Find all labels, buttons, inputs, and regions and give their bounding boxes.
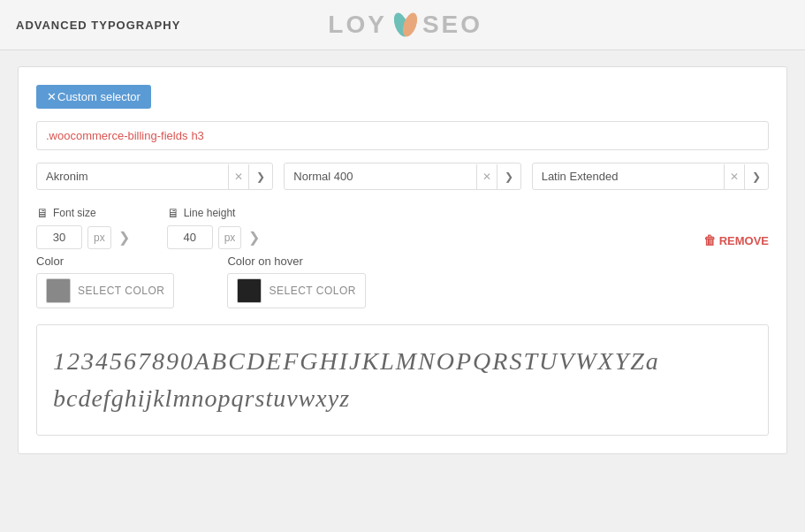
character-set-dropdown[interactable]: Latin Extended ✕ ❯ <box>532 163 769 190</box>
custom-selector-button[interactable]: ✕ Custom selector <box>36 85 151 109</box>
color-select-label: SELECT COLOR <box>78 285 164 297</box>
font-size-inputs: px ❯ <box>36 225 132 249</box>
logo-area: LOY SEO <box>180 9 630 41</box>
monitor-icon-fontsize: 🖥 <box>36 206 49 220</box>
font-weight-value: Normal 400 <box>285 163 475 189</box>
color-select-button[interactable]: SELECT COLOR <box>36 273 174 308</box>
character-set-arrow-btn[interactable]: ❯ <box>744 164 768 189</box>
close-icon: ✕ <box>47 90 57 103</box>
color-hover-label: Color on hover <box>227 255 365 268</box>
color-hover-select-label: SELECT COLOR <box>269 285 355 297</box>
selector-plain-text: .woocommerce-billing-fields <box>46 129 187 142</box>
line-height-label-text: Line height <box>184 207 236 219</box>
font-preview-box: 1234567890ABCDEFGHIJKLMNOPQRSTUVWXYZa bc… <box>36 324 769 436</box>
character-set-value: Latin Extended <box>533 163 724 189</box>
logo-icon <box>387 9 422 41</box>
selector-display: .woocommerce-billing-fieldsh3 <box>36 121 769 150</box>
font-controls-row: 🖥 Font size px ❯ 🖥 Line height px ❯ <box>36 206 769 249</box>
color-group: Color SELECT COLOR <box>36 255 174 308</box>
color-swatch <box>46 278 71 303</box>
color-label: Color <box>36 255 174 268</box>
character-set-clear-btn[interactable]: ✕ <box>724 164 744 189</box>
custom-selector-row: ✕ Custom selector <box>36 85 769 109</box>
line-height-inputs: px ❯ <box>167 225 262 249</box>
color-hover-select-button[interactable]: SELECT COLOR <box>227 273 365 308</box>
line-height-input[interactable] <box>167 225 213 249</box>
font-size-group: 🖥 Font size px ❯ <box>36 206 132 249</box>
font-size-input[interactable] <box>36 225 82 249</box>
line-height-group: 🖥 Line height px ❯ <box>167 206 262 249</box>
remove-label: REMOVE <box>719 234 769 247</box>
color-hover-swatch <box>237 278 262 303</box>
font-family-clear-btn[interactable]: ✕ <box>228 164 248 189</box>
font-weight-dropdown[interactable]: Normal 400 ✕ ❯ <box>284 163 520 190</box>
logo-text-left: LOY <box>328 11 387 39</box>
trash-icon: 🗑 <box>703 233 716 247</box>
font-size-label-text: Font size <box>53 207 96 219</box>
top-bar: ADVANCED TYPOGRAPHY LOY SEO <box>0 0 805 50</box>
page-title: ADVANCED TYPOGRAPHY <box>16 19 180 32</box>
selector-highlight-text: h3 <box>191 129 203 142</box>
font-preview-line2: bcdefghijklmnopqrstuvwxyz <box>53 380 752 417</box>
font-size-unit: px <box>87 226 111 249</box>
custom-selector-label: Custom selector <box>57 90 140 103</box>
typography-card: ✕ Custom selector .woocommerce-billing-f… <box>18 66 787 454</box>
remove-button[interactable]: 🗑 REMOVE <box>703 233 769 247</box>
line-height-label: 🖥 Line height <box>167 206 262 220</box>
font-family-value: Akronim <box>37 163 228 189</box>
line-height-unit: px <box>218 226 242 249</box>
font-family-dropdown[interactable]: Akronim ✕ ❯ <box>36 163 273 190</box>
main-content: ✕ Custom selector .woocommerce-billing-f… <box>0 50 805 470</box>
line-height-arrow-btn[interactable]: ❯ <box>247 227 262 247</box>
font-preview-line1: 1234567890ABCDEFGHIJKLMNOPQRSTUVWXYZa <box>53 343 752 380</box>
font-weight-clear-btn[interactable]: ✕ <box>476 164 497 189</box>
dropdowns-row: Akronim ✕ ❯ Normal 400 ✕ ❯ Latin Extende… <box>36 163 769 190</box>
logo-text-right: SEO <box>422 11 482 39</box>
color-hover-group: Color on hover SELECT COLOR <box>227 255 365 308</box>
font-family-arrow-btn[interactable]: ❯ <box>248 164 272 189</box>
monitor-icon-lineheight: 🖥 <box>167 206 179 220</box>
color-row: Color SELECT COLOR Color on hover SELECT… <box>36 255 769 308</box>
font-weight-arrow-btn[interactable]: ❯ <box>497 164 520 189</box>
font-size-label: 🖥 Font size <box>36 206 132 220</box>
font-size-arrow-btn[interactable]: ❯ <box>117 227 132 247</box>
